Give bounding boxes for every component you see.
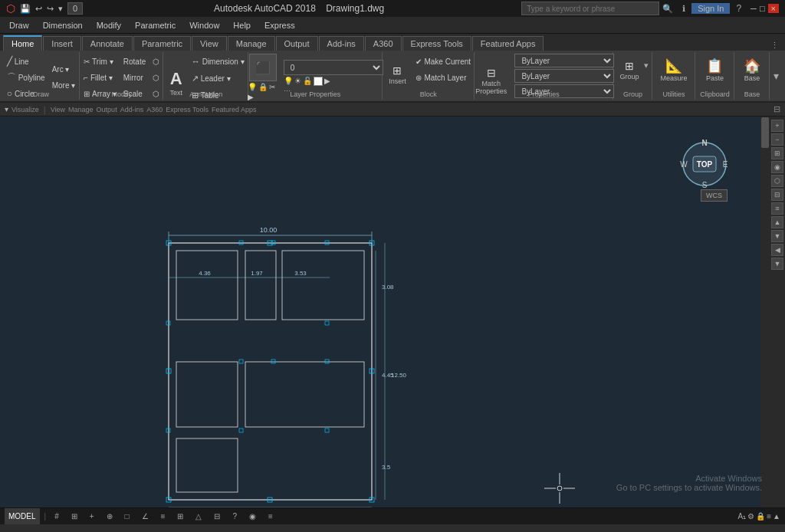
osnap-mode[interactable]: □ xyxy=(121,508,133,524)
tab-addins[interactable]: Add-ins xyxy=(319,36,364,51)
grid-mode[interactable]: ⊞ xyxy=(67,508,81,524)
sc-mode[interactable]: ◉ xyxy=(245,508,260,524)
layer-lock-icon[interactable]: 🔓 xyxy=(303,77,312,86)
scrollbar-vertical[interactable] xyxy=(760,117,770,507)
help-icon[interactable]: ? xyxy=(736,3,741,14)
status-arrow[interactable]: ▲ xyxy=(773,512,780,521)
model-tab[interactable]: MODEL xyxy=(5,508,40,524)
rt-btn-8[interactable]: ▲ xyxy=(771,216,783,228)
tp-mode[interactable]: ⊟ xyxy=(210,508,224,524)
color-dropdown[interactable]: ByLayer xyxy=(514,54,614,67)
sub-ribbon-featured[interactable]: Featured Apps xyxy=(212,106,257,113)
layer-visibility-icon[interactable]: 💡 xyxy=(284,77,293,86)
layer-color-icon[interactable]: ▶ xyxy=(324,77,330,86)
line-btn[interactable]: ╱ Line xyxy=(5,54,48,69)
rt-btn-9[interactable]: ▼ xyxy=(771,230,783,242)
menu-draw[interactable]: Draw xyxy=(3,17,35,33)
menu-help[interactable]: Help xyxy=(227,17,257,33)
sub-ribbon-arrow[interactable]: ▾ xyxy=(5,105,8,113)
menu-modify[interactable]: Modify xyxy=(90,17,127,33)
scrollbar-thumb[interactable] xyxy=(761,117,769,148)
tab-annotate[interactable]: Annotate xyxy=(82,36,133,51)
rt-btn-3[interactable]: ⊞ xyxy=(771,147,783,159)
sub-ribbon-express[interactable]: Express Tools xyxy=(166,106,209,113)
quick-access-redo[interactable]: ↪ xyxy=(47,4,54,14)
tab-insert[interactable]: Insert xyxy=(43,36,81,51)
fillet-btn[interactable]: ⌐ Fillet ▾ xyxy=(81,70,119,85)
sub-ribbon-addins[interactable]: Add-ins xyxy=(120,106,144,113)
rt-btn-2[interactable]: − xyxy=(771,133,783,146)
sub-ribbon-manage[interactable]: Manage xyxy=(68,106,94,113)
rt-btn-4[interactable]: ◉ xyxy=(771,161,783,173)
mirror-btn[interactable]: Mirror xyxy=(121,70,148,85)
layer-freeze-icon[interactable]: ☀ xyxy=(294,77,301,86)
sub-ribbon-a360[interactable]: A360 xyxy=(146,106,163,113)
ortho-mode[interactable]: + xyxy=(86,508,98,524)
move-btn[interactable]: ⬡ xyxy=(150,54,162,69)
tab-view[interactable]: View xyxy=(192,36,227,51)
sub-ribbon-output[interactable]: Output xyxy=(97,106,117,113)
sub-ribbon-view[interactable]: View xyxy=(51,106,65,113)
leader-btn[interactable]: ↗ Leader ▾ xyxy=(189,71,247,86)
tab-featured[interactable]: Featured Apps xyxy=(472,36,544,51)
arc-btn[interactable]: Arc ▾ xyxy=(50,62,78,77)
sel-mode[interactable]: ≡ xyxy=(264,508,277,524)
qp-mode[interactable]: ? xyxy=(228,508,241,524)
paste-btn[interactable]: 📋 Paste xyxy=(704,57,726,84)
rotate-btn[interactable]: Rotate xyxy=(121,54,148,69)
ducs-mode[interactable]: ≡ xyxy=(157,508,169,524)
tab-parametric[interactable]: Parametric xyxy=(133,36,191,51)
status-panel[interactable]: ≡ xyxy=(767,512,771,521)
rt-btn-11[interactable]: ▼ xyxy=(771,258,783,270)
tab-a360[interactable]: A360 xyxy=(365,36,402,51)
rt-btn-6[interactable]: ⊟ xyxy=(771,189,783,201)
menu-express[interactable]: Express xyxy=(258,17,301,33)
search-input[interactable] xyxy=(521,2,659,15)
copy-btn[interactable]: ⬡ xyxy=(150,70,162,85)
minimize-button[interactable]: ─ xyxy=(751,4,757,13)
measure-btn[interactable]: 📐 Measure xyxy=(658,57,689,84)
polyline-btn[interactable]: ⌒ Polyline xyxy=(5,70,48,85)
group-btn[interactable]: ⊞ Group xyxy=(618,59,642,82)
ribbon-collapse[interactable]: ▾ xyxy=(770,52,782,100)
layer-panel-icon[interactable]: ⬛ xyxy=(249,54,277,81)
otrack-mode[interactable]: ∠ xyxy=(138,508,153,524)
trim-btn[interactable]: ✂ Trim ▾ xyxy=(81,54,119,69)
close-button[interactable]: × xyxy=(768,4,779,13)
status-workspace[interactable]: ⚙ xyxy=(747,512,754,521)
sign-in-button[interactable]: Sign In xyxy=(691,3,730,14)
tab-manage[interactable]: Manage xyxy=(228,36,275,51)
quick-access-undo[interactable]: ↩ xyxy=(35,4,42,14)
layer-dropdown[interactable]: 0 xyxy=(284,60,383,75)
dyn-mode[interactable]: ⊞ xyxy=(173,508,187,524)
match-layer-btn[interactable]: ⊛ Match Layer xyxy=(413,70,473,85)
lw-mode[interactable]: △ xyxy=(192,508,205,524)
search-icon[interactable]: 🔍 xyxy=(662,4,673,14)
make-current-btn[interactable]: ✔ Make Current xyxy=(413,54,473,69)
menu-dimension[interactable]: Dimension xyxy=(37,17,89,33)
restore-button[interactable]: □ xyxy=(760,4,765,13)
wcs-button[interactable]: WCS xyxy=(701,189,728,202)
tab-output[interactable]: Output xyxy=(276,36,318,51)
snap-mode[interactable]: # xyxy=(51,508,63,524)
status-annotation[interactable]: A₁ xyxy=(738,512,747,521)
polar-mode[interactable]: ⊕ xyxy=(103,508,117,524)
ribbon-more-icon[interactable]: ⋮ xyxy=(767,41,782,51)
base-btn[interactable]: 🏠 Base xyxy=(741,57,763,84)
dimension-btn[interactable]: ↔ Dimension ▾ xyxy=(189,54,247,69)
tab-home[interactable]: Home xyxy=(3,35,42,51)
group-arrow[interactable]: ▾ xyxy=(644,61,649,71)
rt-btn-7[interactable]: ≡ xyxy=(771,202,783,215)
menu-window[interactable]: Window xyxy=(183,17,225,33)
rt-btn-5[interactable]: ⬡ xyxy=(771,175,783,187)
rt-btn-1[interactable]: + xyxy=(771,120,783,132)
insert-btn[interactable]: ⊞ Insert xyxy=(383,64,411,87)
quick-access-save[interactable]: 💾 xyxy=(20,4,31,14)
rt-btn-10[interactable]: ◀ xyxy=(771,244,783,256)
info-icon[interactable]: ℹ xyxy=(682,4,685,14)
quick-access-more[interactable]: ▾ xyxy=(58,4,63,14)
tab-express[interactable]: Express Tools xyxy=(402,36,471,51)
menu-parametric[interactable]: Parametric xyxy=(129,17,182,33)
status-lock[interactable]: 🔒 xyxy=(756,512,765,521)
sub-ribbon-icon[interactable]: ⊟ xyxy=(774,104,780,114)
